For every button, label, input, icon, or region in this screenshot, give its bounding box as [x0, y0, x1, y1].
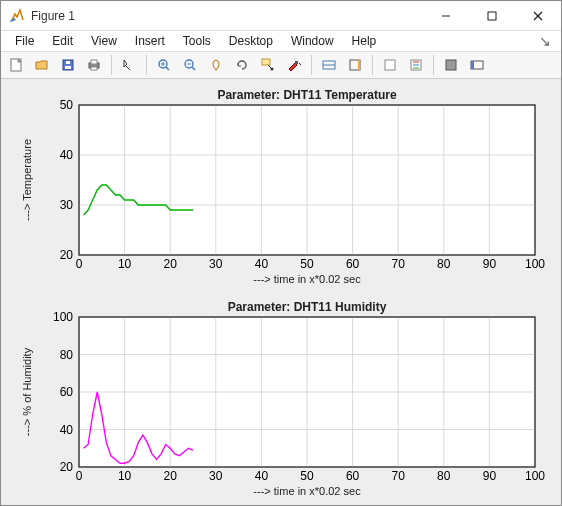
svg-text:100: 100	[525, 469, 545, 483]
svg-text:10: 10	[118, 257, 132, 271]
save-button[interactable]	[57, 54, 79, 76]
svg-rect-26	[358, 60, 360, 70]
print-button[interactable]	[83, 54, 105, 76]
titlebar: Figure 1	[1, 1, 561, 31]
svg-rect-1	[488, 12, 496, 20]
plots-svg: Parameter: DHT11 Temperature010203040506…	[5, 83, 555, 501]
pan-button[interactable]	[205, 54, 227, 76]
svg-text:50: 50	[60, 98, 74, 112]
rotate-button[interactable]	[231, 54, 253, 76]
zoom-in-button[interactable]	[153, 54, 175, 76]
toolbar-separator	[146, 55, 147, 75]
svg-text:50: 50	[300, 257, 314, 271]
open-button[interactable]	[31, 54, 53, 76]
zoom-out-button[interactable]	[179, 54, 201, 76]
svg-text:---> Temperature: ---> Temperature	[21, 139, 33, 221]
toolbar-separator	[433, 55, 434, 75]
close-button[interactable]	[515, 1, 561, 31]
svg-text:---> % of Humidity: ---> % of Humidity	[21, 347, 33, 436]
svg-text:20: 20	[60, 248, 74, 262]
figure-canvas[interactable]: Parameter: DHT11 Temperature010203040506…	[5, 83, 557, 501]
show-tools-button[interactable]	[466, 54, 488, 76]
svg-text:80: 80	[437, 257, 451, 271]
menubar: File Edit View Insert Tools Desktop Wind…	[1, 31, 561, 52]
svg-text:100: 100	[525, 257, 545, 271]
menu-edit[interactable]: Edit	[44, 32, 81, 50]
dock-icon[interactable]: ↘	[535, 33, 555, 49]
new-figure-button[interactable]	[5, 54, 27, 76]
svg-rect-27	[385, 60, 395, 70]
colorbar-button[interactable]	[344, 54, 366, 76]
minimize-button[interactable]	[423, 1, 469, 31]
svg-text:30: 30	[60, 198, 74, 212]
svg-text:30: 30	[209, 257, 223, 271]
svg-text:20: 20	[164, 469, 178, 483]
svg-text:50: 50	[300, 469, 314, 483]
svg-text:60: 60	[346, 257, 360, 271]
legend-button[interactable]	[379, 54, 401, 76]
svg-text:0: 0	[76, 469, 83, 483]
svg-rect-7	[66, 61, 70, 64]
menu-help[interactable]: Help	[344, 32, 385, 50]
svg-text:60: 60	[346, 469, 360, 483]
edit-plot-button[interactable]	[118, 54, 140, 76]
svg-text:40: 40	[60, 423, 74, 437]
svg-rect-34	[471, 61, 474, 69]
svg-rect-9	[91, 60, 97, 64]
svg-rect-10	[91, 67, 97, 70]
svg-line-11	[125, 65, 130, 70]
svg-rect-19	[262, 59, 270, 65]
svg-text:30: 30	[209, 469, 223, 483]
svg-text:0: 0	[76, 257, 83, 271]
svg-text:20: 20	[164, 257, 178, 271]
svg-text:60: 60	[60, 385, 74, 399]
toolbar-separator	[111, 55, 112, 75]
svg-text:70: 70	[392, 257, 406, 271]
svg-text:40: 40	[255, 469, 269, 483]
toolbar	[1, 52, 561, 79]
svg-rect-32	[446, 60, 456, 70]
figure-area: Parameter: DHT11 Temperature010203040506…	[1, 79, 561, 505]
figure-window: Figure 1 File Edit View Insert Tools Des…	[0, 0, 562, 506]
maximize-button[interactable]	[469, 1, 515, 31]
svg-point-21	[271, 68, 274, 71]
svg-line-17	[192, 67, 195, 70]
link-button[interactable]	[318, 54, 340, 76]
axes-props-button[interactable]	[405, 54, 427, 76]
menu-tools[interactable]: Tools	[175, 32, 219, 50]
menu-window[interactable]: Window	[283, 32, 342, 50]
data-cursor-button[interactable]	[257, 54, 279, 76]
window-title: Figure 1	[31, 9, 423, 23]
svg-text:40: 40	[60, 148, 74, 162]
hide-tools-button[interactable]	[440, 54, 462, 76]
svg-text:90: 90	[483, 257, 497, 271]
svg-text:80: 80	[60, 348, 74, 362]
svg-text:---> time in x*0.02 sec: ---> time in x*0.02 sec	[253, 273, 361, 285]
toolbar-separator	[311, 55, 312, 75]
svg-rect-6	[65, 66, 71, 69]
menu-file[interactable]: File	[7, 32, 42, 50]
brush-button[interactable]	[283, 54, 305, 76]
svg-text:10: 10	[118, 469, 132, 483]
svg-text:90: 90	[483, 469, 497, 483]
svg-line-13	[166, 67, 169, 70]
svg-text:100: 100	[53, 310, 73, 324]
svg-text:20: 20	[60, 460, 74, 474]
matlab-logo-icon	[9, 8, 25, 24]
menu-view[interactable]: View	[83, 32, 125, 50]
svg-rect-22	[295, 61, 298, 64]
window-controls	[423, 1, 561, 31]
svg-text:---> time in x*0.02 sec: ---> time in x*0.02 sec	[253, 485, 361, 497]
svg-text:70: 70	[392, 469, 406, 483]
svg-text:80: 80	[437, 469, 451, 483]
svg-text:Parameter: DHT11 Humidity: Parameter: DHT11 Humidity	[228, 300, 387, 314]
svg-text:40: 40	[255, 257, 269, 271]
toolbar-separator	[372, 55, 373, 75]
menu-insert[interactable]: Insert	[127, 32, 173, 50]
svg-text:Parameter: DHT11 Temperature: Parameter: DHT11 Temperature	[217, 88, 397, 102]
menu-desktop[interactable]: Desktop	[221, 32, 281, 50]
